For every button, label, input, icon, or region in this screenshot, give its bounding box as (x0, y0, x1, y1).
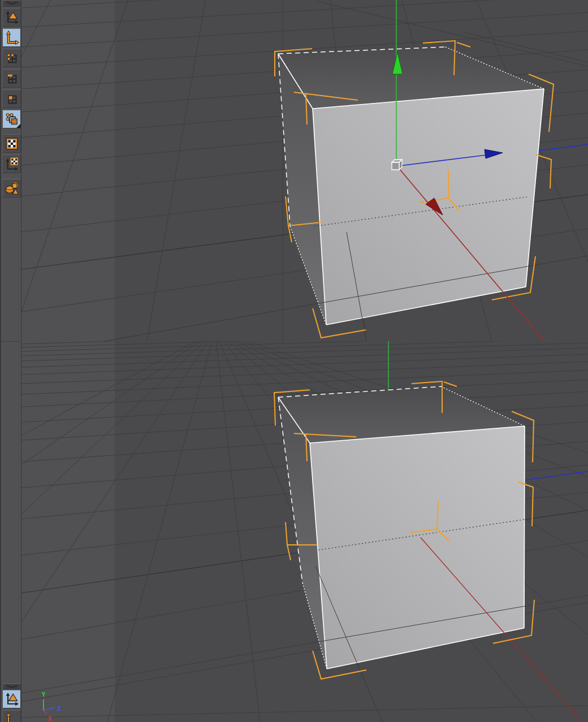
mode-toolbar-bottom (0, 341, 21, 722)
polygons-icon (5, 92, 19, 106)
edges-icon (5, 71, 19, 86)
cube-front-face[interactable] (310, 426, 525, 669)
toolbar-item-point-mode[interactable] (2, 49, 21, 67)
z-axis-label: Z (57, 705, 61, 712)
flyout-corner-icon (16, 124, 20, 128)
model-tool-icon (5, 692, 19, 707)
cube-object[interactable] (278, 47, 544, 325)
viewport-light-band (21, 0, 115, 341)
viewport-canvas-bottom[interactable]: YZX (0, 326, 588, 722)
y-axis-label: Y (42, 691, 46, 698)
toolbar-item-model-tool[interactable] (2, 8, 21, 27)
mode-toolbar-top (0, 0, 21, 341)
cube-front-face[interactable] (313, 89, 544, 325)
application-window: YZX (0, 0, 588, 722)
viewport-canvas-top[interactable] (0, 0, 588, 356)
toolbar-item-object-axis-tool[interactable] (2, 710, 21, 722)
toolbar-item-object-axis-tool[interactable] (2, 28, 21, 47)
toolbar-item-edge-mode[interactable] (2, 69, 21, 88)
x-axis-label: X (48, 715, 52, 722)
viewport-light-band (21, 341, 115, 722)
texture-icon (5, 136, 19, 151)
object-axis-icon (5, 712, 19, 722)
toolbar-item-enable-axis[interactable] (2, 110, 21, 128)
scene-canvas[interactable]: YZX (0, 0, 588, 722)
cube-object[interactable] (278, 386, 525, 669)
gizmo-origin-handle[interactable] (392, 160, 402, 170)
primitives-icon (5, 181, 19, 196)
object-axis-icon (5, 31, 19, 45)
texture-axis-icon (5, 157, 19, 171)
toolbar-item-object-display[interactable] (2, 179, 21, 197)
toolbar-item-model-tool[interactable] (2, 690, 21, 708)
toolbar-item-polygon-mode[interactable] (2, 89, 21, 108)
model-tool-icon (5, 10, 19, 25)
toolbar-item-partial (2, 0, 21, 7)
points-icon (5, 51, 19, 66)
toolbar-item-texture-mode[interactable] (2, 134, 21, 153)
toolbar-item-texture-axis-mode[interactable] (2, 154, 21, 173)
